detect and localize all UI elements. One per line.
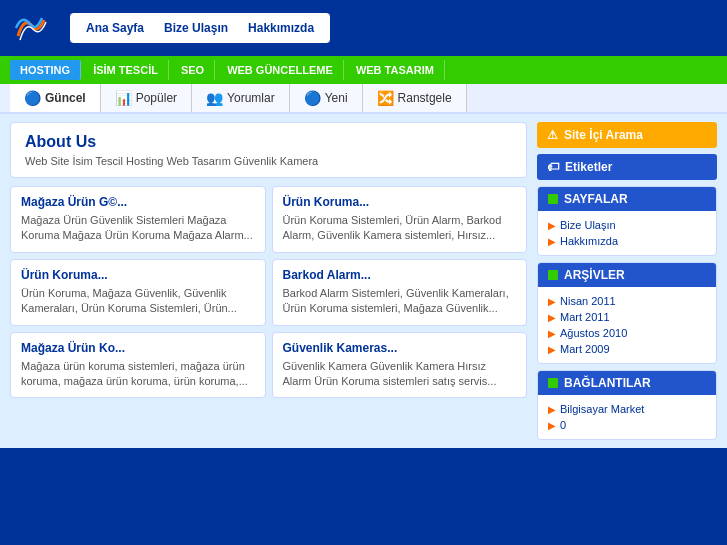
main-nav: Ana Sayfa Bize Ulaşın Hakkımızda xyxy=(70,13,330,43)
tab-yorumlar-icon: 👥 xyxy=(206,90,223,106)
arrow-icon: ▶ xyxy=(548,220,556,231)
post-card-text-0: Mağaza Ürün Güvenlik Sistemleri Mağaza K… xyxy=(21,213,255,244)
topnav-isim-tescil[interactable]: İSİM TESCİL xyxy=(83,60,169,80)
tab-yorumlar[interactable]: 👥 Yorumlar xyxy=(192,84,290,112)
sidebar-link-bize-ulasin[interactable]: ▶ Bize Ulaşın xyxy=(548,217,706,233)
tab-guncel-icon: 🔵 xyxy=(24,90,41,106)
main-layout: About Us Web Site İsim Tescil Hosting We… xyxy=(0,114,727,448)
arrow-icon-5: ▶ xyxy=(548,328,556,339)
sidebar-link-hakkimizda[interactable]: ▶ Hakkımızda xyxy=(548,233,706,249)
tabs-bar: 🔵 Güncel 📊 Popüler 👥 Yorumlar 🔵 Yeni 🔀 R… xyxy=(0,84,727,114)
about-box: About Us Web Site İsim Tescil Hosting We… xyxy=(10,122,527,178)
post-card-text-3: Barkod Alarm Sistemleri, Güvenlik Kamera… xyxy=(283,286,517,317)
sidebar-arsivler: ARŞİVLER ▶ Nisan 2011 ▶ Mart 2011 ▶ Ağus… xyxy=(537,262,717,364)
tab-guncel[interactable]: 🔵 Güncel xyxy=(10,84,101,112)
arrow-icon-3: ▶ xyxy=(548,296,556,307)
post-card-5[interactable]: Güvenlik Kameras... Güvenlik Kamera Güve… xyxy=(272,332,528,399)
sidebar-link-agustos2010[interactable]: ▶ Ağustos 2010 xyxy=(548,325,706,341)
arrow-icon-2: ▶ xyxy=(548,236,556,247)
tab-populer-icon: 📊 xyxy=(115,90,132,106)
sidebar-link-bilgisayar-market[interactable]: ▶ Bilgisayar Market xyxy=(548,401,706,417)
sidebar-search-button[interactable]: ⚠ Site İçi Arama xyxy=(537,122,717,148)
post-card-title-0: Mağaza Ürün G©... xyxy=(21,195,255,209)
post-card-0[interactable]: Mağaza Ürün G©... Mağaza Ürün Güvenlik S… xyxy=(10,186,266,253)
tab-rastgele-label: Ranstgele xyxy=(398,91,452,105)
post-card-text-1: Ürün Koruma Sistemleri, Ürün Alarm, Bark… xyxy=(283,213,517,244)
tab-yeni-icon: 🔵 xyxy=(304,90,321,106)
tab-rastgele-icon: 🔀 xyxy=(377,90,394,106)
topnav-seo[interactable]: SEO xyxy=(171,60,215,80)
post-card-title-1: Ürün Koruma... xyxy=(283,195,517,209)
arrow-icon-6: ▶ xyxy=(548,344,556,355)
sidebar-tags-label: Etiketler xyxy=(565,160,612,174)
baglantılar-icon xyxy=(548,378,558,388)
post-card-title-2: Ürün Koruma... xyxy=(21,268,255,282)
arrow-icon-4: ▶ xyxy=(548,312,556,323)
sidebar-search-label: Site İçi Arama xyxy=(564,128,643,142)
sidebar: ⚠ Site İçi Arama 🏷 Etiketler SAYFALAR ▶ … xyxy=(537,122,717,440)
post-card-text-5: Güvenlik Kamera Güvenlik Kamera Hırsız A… xyxy=(283,359,517,390)
top-nav-bar: HOSTING İSİM TESCİL SEO WEB GÜNCELLEME W… xyxy=(0,56,727,84)
tab-guncel-label: Güncel xyxy=(45,91,86,105)
tab-rastgele[interactable]: 🔀 Ranstgele xyxy=(363,84,467,112)
warning-icon: ⚠ xyxy=(547,128,558,142)
post-card-title-4: Mağaza Ürün Ko... xyxy=(21,341,255,355)
post-card-3[interactable]: Barkod Alarm... Barkod Alarm Sistemleri,… xyxy=(272,259,528,326)
posts-grid: Mağaza Ürün G©... Mağaza Ürün Güvenlik S… xyxy=(10,186,527,398)
post-card-title-3: Barkod Alarm... xyxy=(283,268,517,282)
post-card-text-2: Ürün Koruma, Mağaza Güvenlik, Güvenlik K… xyxy=(21,286,255,317)
tab-populer[interactable]: 📊 Popüler xyxy=(101,84,192,112)
nav-contact[interactable]: Bize Ulaşın xyxy=(156,17,236,39)
sidebar-sayfalar-body: ▶ Bize Ulaşın ▶ Hakkımızda xyxy=(538,211,716,255)
post-card-1[interactable]: Ürün Koruma... Ürün Koruma Sistemleri, Ü… xyxy=(272,186,528,253)
sidebar-baglantılar-title: BAĞLANTILAR xyxy=(538,371,716,395)
post-card-4[interactable]: Mağaza Ürün Ko... Mağaza ürün koruma sis… xyxy=(10,332,266,399)
tab-yorumlar-label: Yorumlar xyxy=(227,91,275,105)
sidebar-tags-button[interactable]: 🏷 Etiketler xyxy=(537,154,717,180)
tab-yeni-label: Yeni xyxy=(325,91,348,105)
post-card-2[interactable]: Ürün Koruma... Ürün Koruma, Mağaza Güven… xyxy=(10,259,266,326)
arsivler-icon xyxy=(548,270,558,280)
arrow-icon-7: ▶ xyxy=(548,404,556,415)
sidebar-link-mart2009[interactable]: ▶ Mart 2009 xyxy=(548,341,706,357)
about-text: Web Site İsim Tescil Hosting Web Tasarım… xyxy=(25,155,512,167)
content-area: About Us Web Site İsim Tescil Hosting We… xyxy=(10,122,527,440)
sidebar-sayfalar-title: SAYFALAR xyxy=(538,187,716,211)
nav-home[interactable]: Ana Sayfa xyxy=(78,17,152,39)
topnav-hosting[interactable]: HOSTING xyxy=(10,60,81,80)
header: Ana Sayfa Bize Ulaşın Hakkımızda xyxy=(0,0,727,56)
logo-icon xyxy=(10,8,50,48)
sidebar-arsivler-title: ARŞİVLER xyxy=(538,263,716,287)
topnav-web-tasarim[interactable]: WEB TASARIM xyxy=(346,60,445,80)
sidebar-sayfalar: SAYFALAR ▶ Bize Ulaşın ▶ Hakkımızda xyxy=(537,186,717,256)
arrow-icon-8: ▶ xyxy=(548,420,556,431)
sidebar-baglantılar-body: ▶ Bilgisayar Market ▶ 0 xyxy=(538,395,716,439)
sayfalar-icon xyxy=(548,194,558,204)
tab-yeni[interactable]: 🔵 Yeni xyxy=(290,84,363,112)
tab-populer-label: Popüler xyxy=(136,91,177,105)
sidebar-link-zero[interactable]: ▶ 0 xyxy=(548,417,706,433)
sidebar-baglantılar: BAĞLANTILAR ▶ Bilgisayar Market ▶ 0 xyxy=(537,370,717,440)
about-title: About Us xyxy=(25,133,512,151)
sidebar-link-nisan2011[interactable]: ▶ Nisan 2011 xyxy=(548,293,706,309)
post-card-title-5: Güvenlik Kameras... xyxy=(283,341,517,355)
topnav-web-guncelleme[interactable]: WEB GÜNCELLEME xyxy=(217,60,344,80)
tag-icon: 🏷 xyxy=(547,160,559,174)
nav-about[interactable]: Hakkımızda xyxy=(240,17,322,39)
sidebar-arsivler-body: ▶ Nisan 2011 ▶ Mart 2011 ▶ Ağustos 2010 … xyxy=(538,287,716,363)
sidebar-link-mart2011[interactable]: ▶ Mart 2011 xyxy=(548,309,706,325)
post-card-text-4: Mağaza ürün koruma sistemleri, mağaza ür… xyxy=(21,359,255,390)
